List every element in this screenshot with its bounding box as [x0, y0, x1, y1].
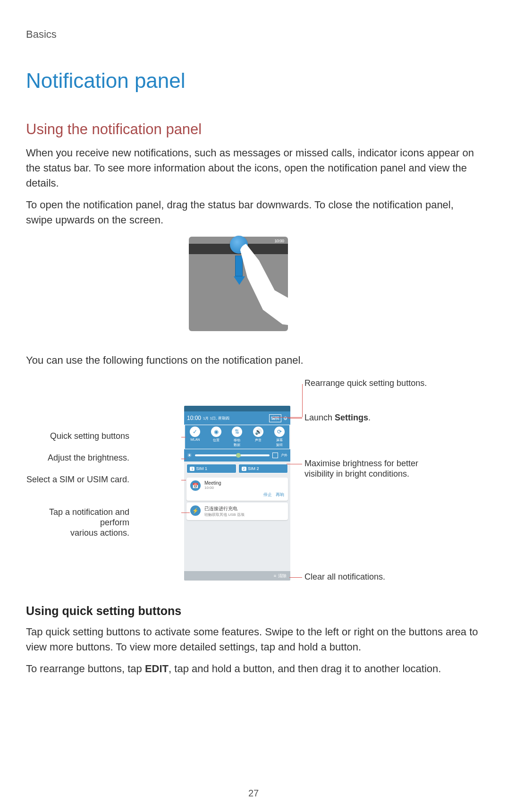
sim1-card[interactable]: 1SIM 1	[186, 464, 237, 473]
subtitle: Using the notification panel	[26, 121, 481, 138]
sound-icon: 🔊	[253, 427, 263, 437]
clear-icon: ≡	[274, 573, 276, 578]
edit-button[interactable]: 编辑	[269, 414, 281, 422]
gear-icon[interactable]: ⚙	[283, 416, 287, 421]
date-label: 1月 1日, 星期四	[203, 416, 267, 421]
brightness-slider[interactable]	[195, 454, 270, 456]
qs-location-label: 位置	[213, 438, 220, 442]
qs-wlan[interactable]: ✓WLAN	[185, 426, 205, 448]
clock-label: 10:00	[187, 415, 201, 421]
arrow-down-icon	[234, 256, 244, 285]
notif-action-stop[interactable]: 停止	[263, 492, 272, 498]
location-icon: ◉	[211, 427, 221, 437]
callout-sim: Select a SIM or USIM card.	[26, 475, 129, 485]
notif-action-snooze[interactable]: 再响	[276, 492, 284, 498]
notification-panel-figure: 10:00 1月 1日, 星期四 编辑 ⚙ ✓WLAN ◉位置 ⇅移动 数据 🔊…	[26, 377, 481, 585]
notification-card-1[interactable]: 📅 Meeting 10:00 停止 再响	[186, 478, 288, 501]
brightness-icon: ☀	[187, 452, 192, 459]
sim1-label: SIM 1	[196, 466, 207, 471]
intro-paragraph-3: You can use the following functions on t…	[26, 353, 481, 368]
callout-brightness: Adjust the brightness.	[48, 453, 129, 463]
qs-data[interactable]: ⇅移动 数据	[227, 426, 247, 448]
clear-label: 清除	[278, 573, 287, 579]
clear-button[interactable]: ≡ 清除	[184, 571, 290, 581]
outdoor-label: 户外	[281, 453, 287, 458]
notif1-time: 10:00	[204, 486, 284, 490]
wifi-icon: ✓	[190, 427, 200, 437]
qs-data-label: 移动 数据	[234, 438, 240, 446]
calendar-icon: 📅	[190, 480, 201, 491]
status-time: 10:00	[274, 239, 284, 243]
callout-notification-tap: Tap a notification and performvarious ac…	[26, 507, 129, 538]
sim-row: 1SIM 1 2SIM 2	[184, 462, 290, 476]
callout-quick-settings: Quick setting buttons	[50, 431, 129, 442]
notification-card-2[interactable]: ⚡ 已连接进行充电 轻触获取其他 USB 选项	[186, 503, 288, 520]
notif1-title: Meeting	[204, 480, 284, 486]
page-number: 27	[0, 788, 507, 799]
notif2-sub: 轻触获取其他 USB 选项	[204, 512, 284, 517]
sim2-card[interactable]: 2SIM 2	[238, 464, 288, 473]
quick-settings-paragraph-1: Tap quick setting buttons to activate so…	[26, 624, 481, 655]
rotate-icon: ⟳	[274, 427, 285, 437]
usb-icon: ⚡	[190, 505, 201, 516]
notif2-title: 已连接进行充电	[204, 505, 284, 512]
callout-max-brightness: Maximise brightness for bettervisibility…	[304, 459, 418, 479]
quick-settings-row[interactable]: ✓WLAN ◉位置 ⇅移动 数据 🔊声音 ⟳屏幕 旋转	[185, 425, 290, 449]
page-title: Notification panel	[26, 69, 481, 93]
data-icon: ⇅	[232, 427, 242, 437]
qs-wlan-label: WLAN	[190, 438, 200, 441]
intro-paragraph-1: When you receive new notifications, such…	[26, 145, 481, 191]
quick-settings-paragraph-2: To rearrange buttons, tap EDIT, tap and …	[26, 661, 481, 676]
swipe-gesture-figure: 10:00	[189, 237, 319, 341]
qs-location[interactable]: ◉位置	[206, 426, 227, 448]
qs-sound-label: 声音	[255, 438, 262, 442]
qs-sound[interactable]: 🔊声音	[248, 426, 269, 448]
qs-rotate[interactable]: ⟳屏幕 旋转	[269, 426, 289, 448]
callout-rearrange: Rearrange quick setting buttons.	[304, 378, 427, 389]
callout-launch-settings: Launch Settings.	[304, 413, 371, 423]
section-header: Basics	[26, 28, 481, 41]
phone-screenshot: 10:00 1月 1日, 星期四 编辑 ⚙ ✓WLAN ◉位置 ⇅移动 数据 🔊…	[184, 406, 290, 581]
sim2-label: SIM 2	[248, 466, 259, 471]
status-bar	[184, 406, 290, 411]
callout-clear: Clear all notifications.	[304, 572, 385, 582]
brightness-row[interactable]: ☀ 户外	[184, 449, 290, 462]
outdoor-checkbox[interactable]	[272, 453, 278, 458]
panel-header: 10:00 1月 1日, 星期四 编辑 ⚙	[184, 411, 290, 425]
qs-rotate-label: 屏幕 旋转	[276, 438, 283, 446]
section-heading-quick-settings: Using quick setting buttons	[26, 604, 481, 618]
intro-paragraph-2: To open the notification panel, drag the…	[26, 197, 481, 228]
